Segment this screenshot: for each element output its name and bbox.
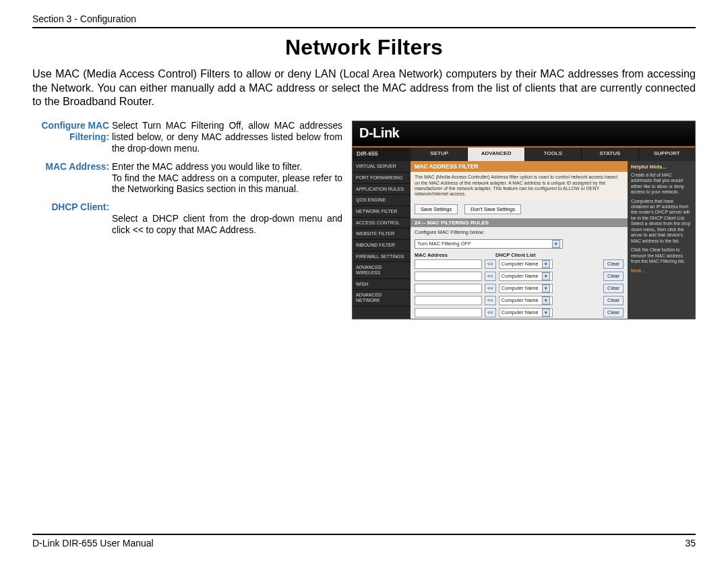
client-label: Computer Name: [502, 273, 539, 279]
rule-row: << Computer Name▾ Clear: [411, 258, 628, 270]
sidebar-item[interactable]: APPLICATION RULES: [353, 184, 411, 195]
tab-setup[interactable]: SETUP: [411, 148, 467, 161]
sidebar-item[interactable]: NETWORK FILTER: [353, 206, 411, 218]
col-dhcp-client: DHCP Client List: [495, 252, 624, 258]
def-text: Enter the MAC address you would like to …: [112, 162, 342, 195]
hints-text: Create a list of MAC addresses that you …: [631, 173, 692, 195]
config-label: Configure MAC Filtering below:: [411, 227, 628, 237]
chevron-down-icon: ▾: [542, 309, 550, 317]
chevron-down-icon: ▾: [542, 272, 550, 280]
definitions-list: Configure MAC Filtering: Select Turn MAC…: [32, 121, 342, 319]
divider-bottom: [32, 534, 696, 535]
sidebar-item[interactable]: INBOUND FILTER: [353, 240, 411, 251]
router-model: DIR-655: [353, 148, 411, 161]
dropdown-value: Turn MAC Filtering OFF: [417, 241, 471, 247]
def-text: Select a DHCP client from the drop-down …: [112, 202, 342, 236]
sidebar-item[interactable]: ADVANCED NETWORK: [353, 290, 411, 306]
client-dropdown[interactable]: Computer Name▾: [499, 272, 553, 281]
sidebar-item[interactable]: WISH: [353, 279, 411, 290]
client-dropdown[interactable]: Computer Name▾: [499, 259, 553, 269]
tab-support[interactable]: SUPPORT: [638, 148, 695, 161]
chevron-down-icon: ▾: [552, 240, 560, 248]
clear-button[interactable]: Clear: [603, 259, 624, 269]
client-dropdown[interactable]: Computer Name▾: [499, 284, 553, 293]
client-label: Computer Name: [502, 285, 539, 291]
main-panel: MAC ADDRESS FILTER The MAC (Media Access…: [411, 161, 628, 319]
client-label: Computer Name: [502, 297, 539, 303]
chevron-down-icon: ▾: [542, 260, 550, 268]
copy-button[interactable]: <<: [485, 284, 496, 293]
sidebar: VIRTUAL SERVER PORT FORWARDING APPLICATI…: [353, 161, 411, 319]
tab-advanced[interactable]: ADVANCED: [467, 148, 524, 161]
hints-text: Computers that have obtained an IP addre…: [631, 199, 692, 245]
intro-text: Use MAC (Media Access Control) Filters t…: [32, 67, 696, 108]
sidebar-item[interactable]: VIRTUAL SERVER: [353, 161, 411, 173]
page-title: Network Filters: [32, 35, 696, 60]
client-dropdown[interactable]: Computer Name▾: [499, 308, 553, 317]
section-header: Section 3 - Configuration: [32, 13, 696, 24]
client-dropdown[interactable]: Computer Name▾: [499, 296, 553, 305]
copy-button[interactable]: <<: [485, 308, 496, 317]
clear-button[interactable]: Clear: [603, 308, 624, 317]
rule-row: << Computer Name▾ Clear: [411, 270, 628, 282]
def-text: Select Turn MAC Filtering Off, allow MAC…: [112, 121, 342, 154]
tab-tools[interactable]: TOOLS: [524, 148, 581, 161]
col-mac-address: MAC Address: [415, 252, 495, 258]
chevron-down-icon: ▾: [542, 296, 550, 305]
clear-button[interactable]: Clear: [603, 284, 624, 293]
router-screenshot: D-Link DIR-655 SETUP ADVANCED TOOLS STAT…: [352, 121, 696, 319]
divider-top: [32, 27, 696, 28]
mac-input[interactable]: [415, 272, 482, 281]
brand-logo: D-Link: [359, 125, 399, 140]
copy-button[interactable]: <<: [485, 296, 496, 305]
rule-row: << Computer Name▾ Clear: [411, 294, 628, 307]
mac-filtering-dropdown[interactable]: Turn MAC Filtering OFF ▾: [415, 239, 563, 249]
copy-button[interactable]: <<: [485, 272, 496, 281]
client-label: Computer Name: [502, 261, 539, 267]
clear-button[interactable]: Clear: [603, 296, 624, 305]
def-term: DHCP Client:: [32, 202, 112, 236]
mac-input[interactable]: [415, 259, 482, 269]
footer: D-Link DIR-655 User Manual 35: [32, 534, 696, 549]
dont-save-button[interactable]: Don't Save Settings: [464, 204, 521, 214]
rule-row: << Computer Name▾ Clear: [411, 282, 628, 294]
rules-title: 24 -- MAC FILTERING RULES: [411, 218, 628, 227]
panel-help-text: The MAC (Media Access Controller) Addres…: [411, 172, 628, 200]
sidebar-item[interactable]: WEBSITE FILTER: [353, 228, 411, 240]
clear-button[interactable]: Clear: [603, 272, 624, 281]
client-label: Computer Name: [502, 309, 539, 315]
sidebar-item[interactable]: PORT FORWARDING: [353, 173, 411, 184]
mac-input[interactable]: [415, 296, 482, 305]
copy-button[interactable]: <<: [485, 259, 496, 269]
helpful-hints: Helpful Hints... Create a list of MAC ad…: [628, 161, 695, 319]
hints-text: Click the Clear button to remove the MAC…: [631, 247, 692, 264]
mac-input[interactable]: [415, 308, 482, 317]
chevron-down-icon: ▾: [542, 284, 550, 292]
hints-title: Helpful Hints...: [631, 164, 692, 170]
tab-status[interactable]: STATUS: [581, 148, 638, 161]
rule-row: << Computer Name▾ Clear: [411, 307, 628, 319]
mac-input[interactable]: [415, 284, 482, 293]
page-number: 35: [685, 538, 696, 549]
sidebar-item[interactable]: ADVANCED WIRELESS: [353, 262, 411, 278]
def-term: Configure MAC Filtering:: [32, 121, 112, 154]
def-term: MAC Address:: [32, 162, 112, 195]
sidebar-item[interactable]: QOS ENGINE: [353, 195, 411, 206]
panel-title: MAC ADDRESS FILTER: [411, 161, 628, 172]
sidebar-item[interactable]: ACCESS CONTROL: [353, 218, 411, 229]
footer-left: D-Link DIR-655 User Manual: [32, 538, 154, 549]
tabs: SETUP ADVANCED TOOLS STATUS SUPPORT: [411, 148, 695, 161]
brand-bar: D-Link: [353, 121, 695, 148]
sidebar-item[interactable]: FIREWALL SETTINGS: [353, 251, 411, 263]
more-link[interactable]: More...: [631, 268, 692, 274]
save-button[interactable]: Save Settings: [415, 204, 458, 214]
